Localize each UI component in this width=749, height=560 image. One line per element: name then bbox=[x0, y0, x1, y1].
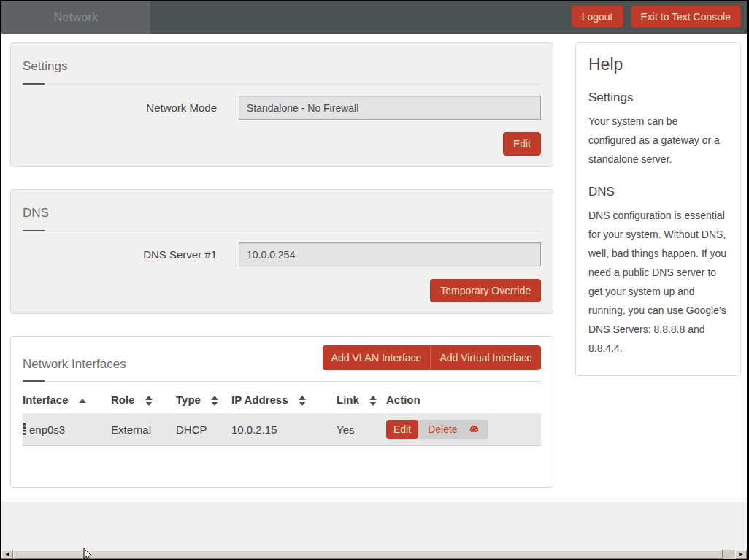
edit-network-mode-button[interactable]: Edit bbox=[503, 132, 541, 156]
column-header-interface[interactable]: Interface bbox=[23, 385, 111, 413]
help-dns-heading: DNS bbox=[588, 185, 728, 199]
tab-network-label: Network bbox=[54, 11, 99, 24]
main-column: Settings Network Mode Edit DNS DN bbox=[10, 42, 553, 510]
dns-server-row: DNS Server #1 bbox=[11, 242, 541, 266]
settings-title-rule bbox=[23, 84, 541, 85]
network-interfaces-title-rule bbox=[23, 381, 541, 382]
row-action-group: Edit Delete bbox=[386, 420, 488, 439]
scroll-left-button[interactable]: ◀ bbox=[1, 550, 13, 559]
help-panel: Help Settings Your system can be configu… bbox=[575, 42, 741, 376]
settings-actions: Edit bbox=[11, 120, 553, 166]
network-mode-field[interactable] bbox=[239, 96, 541, 120]
column-header-action: Action bbox=[386, 385, 541, 413]
column-header-ip-address[interactable]: IP Address bbox=[231, 385, 337, 413]
help-settings-body: Your system can be configured as a gatew… bbox=[588, 112, 728, 169]
settings-panel: Settings Network Mode Edit bbox=[10, 42, 553, 167]
dns-actions: Temporary Override bbox=[11, 266, 553, 313]
page-footer bbox=[1, 502, 747, 550]
network-mode-row: Network Mode bbox=[11, 96, 541, 120]
dns-panel-head: DNS bbox=[11, 190, 553, 231]
network-interfaces-title: Network Interfaces bbox=[23, 357, 126, 372]
sort-both-icon bbox=[145, 396, 153, 406]
interfaces-table-header-row: Interface Role Type bbox=[23, 385, 541, 413]
sort-both-icon bbox=[211, 396, 218, 406]
dns-server-field[interactable] bbox=[239, 242, 541, 266]
top-bar: Network Logout Exit to Text Console bbox=[1, 1, 747, 34]
sort-both-icon bbox=[369, 396, 377, 406]
sort-asc-icon bbox=[79, 399, 86, 403]
cell-action: Edit Delete bbox=[386, 413, 541, 446]
horizontal-scrollbar[interactable]: ◀ ▶ bbox=[1, 550, 747, 559]
column-header-role[interactable]: Role bbox=[111, 385, 176, 413]
add-virtual-interface-button[interactable]: Add Virtual Interface bbox=[430, 345, 541, 370]
cell-role: External bbox=[111, 413, 176, 446]
cell-link: Yes bbox=[337, 413, 386, 446]
dns-panel-title: DNS bbox=[23, 206, 541, 220]
cell-interface: enp0s3 bbox=[23, 413, 111, 446]
dns-server-label: DNS Server #1 bbox=[11, 248, 239, 261]
cell-ip-address: 10.0.2.15 bbox=[231, 413, 337, 446]
column-header-type[interactable]: Type bbox=[176, 385, 231, 413]
settings-panel-head: Settings bbox=[11, 43, 553, 85]
drag-handle-icon[interactable] bbox=[23, 423, 26, 436]
dns-title-rule bbox=[23, 231, 541, 231]
table-row: enp0s3 External DHCP 10.0.2.15 Yes Edit … bbox=[23, 413, 541, 446]
settings-panel-title: Settings bbox=[23, 59, 541, 74]
delete-interface-button[interactable]: Delete bbox=[418, 420, 466, 439]
scrollbar-thumb[interactable] bbox=[13, 550, 723, 559]
edit-interface-button[interactable]: Edit bbox=[386, 420, 418, 439]
interface-add-button-group: Add VLAN Interface Add Virtual Interface bbox=[323, 345, 541, 370]
scroll-right-button[interactable]: ▶ bbox=[735, 550, 747, 559]
network-interfaces-panel: Network Interfaces Add VLAN Interface Ad… bbox=[10, 336, 553, 488]
help-settings-heading: Settings bbox=[588, 91, 728, 105]
cell-type: DHCP bbox=[176, 413, 231, 446]
topbar-actions: Logout Exit to Text Console bbox=[572, 5, 741, 28]
network-mode-label: Network Mode bbox=[11, 101, 239, 114]
logout-button[interactable]: Logout bbox=[572, 5, 623, 28]
tab-network[interactable]: Network bbox=[1, 1, 150, 34]
gauge-icon[interactable] bbox=[467, 423, 488, 437]
sort-both-icon bbox=[299, 396, 306, 406]
scrollbar-track[interactable] bbox=[723, 550, 735, 559]
exit-text-console-button[interactable]: Exit to Text Console bbox=[631, 5, 741, 28]
temporary-override-button[interactable]: Temporary Override bbox=[430, 279, 541, 302]
interfaces-table: Interface Role Type bbox=[23, 385, 541, 446]
column-header-link[interactable]: Link bbox=[337, 385, 386, 413]
help-title: Help bbox=[588, 55, 728, 74]
page-content: Settings Network Mode Edit DNS DN bbox=[1, 34, 747, 502]
dns-panel: DNS DNS Server #1 Temporary Override bbox=[10, 189, 553, 314]
network-interfaces-head: Network Interfaces Add VLAN Interface Ad… bbox=[11, 337, 553, 372]
help-dns-body: DNS configuration is essential for your … bbox=[588, 206, 728, 358]
add-vlan-interface-button[interactable]: Add VLAN Interface bbox=[323, 345, 431, 370]
app-window: Network Logout Exit to Text Console Sett… bbox=[0, 0, 749, 560]
